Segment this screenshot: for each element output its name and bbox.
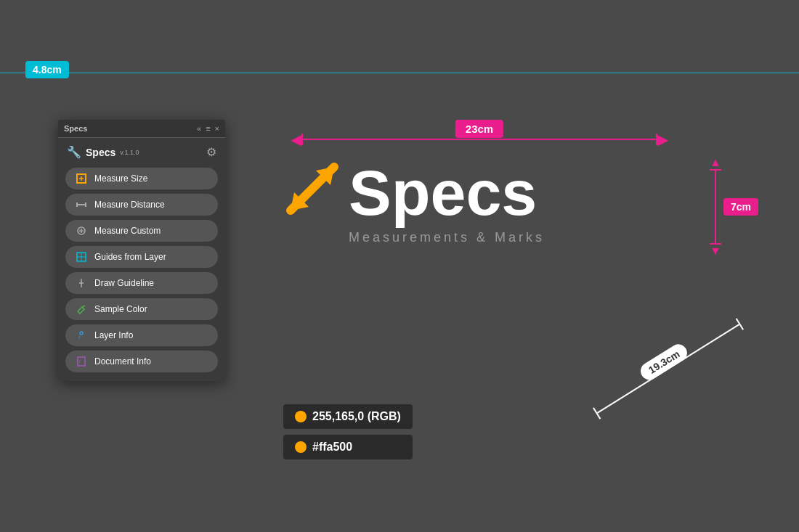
color-rgb-badge: 255,165,0 (RGB) [283, 404, 413, 429]
top-measure-badge: 4.8cm [25, 61, 69, 78]
logo-text: Specs [349, 161, 537, 225]
arrow-left-icon: ◀ [291, 131, 301, 148]
document-info-icon: i [76, 356, 87, 367]
v-measure-badge: 7cm [723, 198, 758, 216]
measure-custom-label: Measure Custom [94, 226, 161, 236]
guides-from-layer-icon [76, 251, 87, 263]
draw-guideline-button[interactable]: Draw Guideline [65, 272, 218, 294]
specs-arrow-icon: 🔧 [67, 145, 81, 159]
sample-color-button[interactable]: Sample Color [65, 298, 218, 320]
panel-app-title: 🔧 Specs v.1.1.0 [67, 145, 139, 159]
panel-collapse-button[interactable]: « [197, 124, 201, 133]
horizontal-guide-line [0, 73, 799, 73]
arrow-down-icon: ▼ [710, 245, 721, 258]
diag-right-cap [736, 318, 744, 330]
panel-close-button[interactable]: × [215, 124, 219, 133]
logo-arrow-icon [283, 160, 341, 226]
layer-info-button[interactable]: i Layer Info [65, 324, 218, 346]
arrow-up-icon: ▲ [710, 156, 721, 169]
panel-menu-button[interactable]: ≡ [206, 124, 210, 133]
vertical-measurement: ▲ 7cm ▼ [705, 156, 726, 258]
panel-version: v.1.1.0 [120, 149, 139, 156]
color-dot-rgb [295, 411, 307, 422]
horizontal-measurement: ◀ 23cm ▶ [291, 131, 668, 148]
layer-info-icon: i [76, 330, 87, 341]
draw-guideline-icon [76, 277, 87, 289]
arrow-right-icon: ▶ [657, 131, 668, 148]
panel-controls: « ≡ × [197, 124, 219, 133]
v-line-bottom-cap [710, 243, 721, 245]
color-dot-hex [295, 441, 307, 453]
measure-size-icon [76, 173, 87, 184]
color-hex-value: #ffa500 [312, 441, 352, 454]
main-canvas-area: ◀ 23cm ▶ Specs Measurements & Marks ▲ [254, 116, 770, 474]
h-line-left-cap [301, 134, 303, 145]
diag-measure-badge: 19.3cm [638, 341, 691, 383]
document-info-button[interactable]: i Document Info [65, 351, 218, 372]
panel-titlebar: Specs « ≡ × [58, 120, 225, 138]
panel-button-list: Measure Size Measure Distance [58, 165, 225, 381]
panel-header: 🔧 Specs v.1.1.0 ⚙ [58, 138, 225, 165]
sample-color-icon [76, 303, 87, 315]
panel-app-name: Specs [86, 147, 115, 158]
h-measure-line: 23cm [301, 139, 657, 140]
color-hex-badge: #ffa500 [283, 435, 413, 459]
diagonal-measurement-container: 19.3cm [574, 307, 763, 430]
color-info-container: 255,165,0 (RGB) #ffa500 [283, 404, 413, 459]
panel-title-label: Specs [64, 124, 87, 133]
measure-distance-button[interactable]: Measure Distance [65, 194, 218, 216]
svg-line-15 [82, 306, 85, 307]
color-rgb-value: 255,165,0 (RGB) [312, 410, 401, 423]
svg-text:i: i [78, 334, 80, 340]
v-measure-line: 7cm [715, 169, 716, 245]
svg-point-14 [81, 282, 83, 285]
document-info-label: Document Info [94, 356, 151, 367]
diag-left-cap [593, 407, 601, 419]
guides-from-layer-button[interactable]: Guides from Layer [65, 246, 218, 268]
measure-custom-button[interactable]: Measure Custom [65, 220, 218, 242]
h-measure-badge: 23cm [455, 120, 503, 138]
measure-size-button[interactable]: Measure Size [65, 168, 218, 189]
measure-custom-icon [76, 225, 87, 237]
measure-distance-label: Measure Distance [94, 200, 165, 210]
specs-panel: Specs « ≡ × 🔧 Specs v.1.1.0 ⚙ Measure Si… [58, 120, 225, 381]
sample-color-label: Sample Color [94, 304, 147, 314]
svg-text:i: i [79, 359, 81, 364]
logo-subtitle: Measurements & Marks [349, 230, 545, 245]
svg-point-16 [80, 332, 83, 335]
logo-container: Specs Measurements & Marks [283, 160, 545, 245]
draw-guideline-label: Draw Guideline [94, 278, 154, 288]
logo-main-row: Specs [283, 160, 545, 226]
layer-info-label: Layer Info [94, 330, 133, 340]
h-line-right-cap [656, 134, 657, 145]
v-line-top-cap [710, 169, 721, 171]
settings-icon[interactable]: ⚙ [206, 145, 216, 159]
guides-from-layer-label: Guides from Layer [94, 252, 166, 262]
measure-distance-icon [76, 199, 87, 210]
diagonal-measure-group: 19.3cm [597, 324, 739, 414]
measure-size-label: Measure Size [94, 173, 147, 184]
